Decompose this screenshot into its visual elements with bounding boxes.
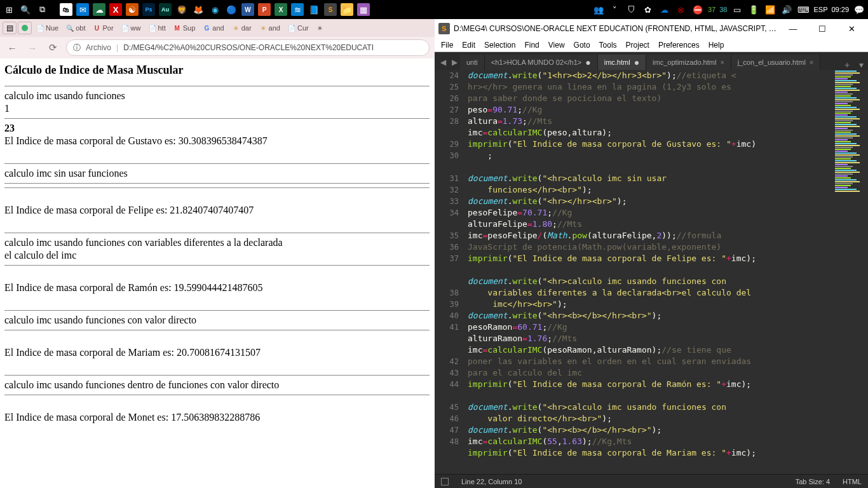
app-icon[interactable]: X (109, 3, 122, 16)
menu-file[interactable]: File (441, 41, 453, 50)
back-button[interactable]: ← (5, 41, 19, 55)
edge-icon[interactable]: ◉ (208, 3, 221, 16)
app-icon[interactable]: 🛍 (60, 3, 72, 16)
sidebar-button[interactable]: ▤ (3, 22, 17, 34)
text-line: El Indice de masa corporal de Monet es: … (4, 412, 430, 423)
browser-tab[interactable]: ✳and (256, 21, 283, 35)
tab-prev-button[interactable]: ◀ (437, 55, 449, 70)
tray-icon[interactable]: ▭ (731, 3, 743, 16)
tray-icon[interactable]: ⌨ (797, 3, 810, 16)
start-icon[interactable]: ⊞ (3, 3, 15, 16)
code-area[interactable]: document.write("1<hr><b>2</b></hr>3<br>"… (468, 70, 830, 474)
chrome-icon[interactable]: 🔵 (225, 3, 238, 16)
menu-selection[interactable]: Selection (484, 41, 515, 50)
maximize-button[interactable]: ☐ (810, 20, 835, 37)
people-icon[interactable]: 👥 (592, 3, 605, 16)
menu-preferences[interactable]: Preferences (658, 41, 700, 50)
status-box-icon[interactable] (441, 478, 449, 485)
excel-icon[interactable]: X (275, 3, 287, 16)
menu-help[interactable]: Help (709, 41, 724, 50)
browser-tab[interactable]: 📄htt (146, 21, 169, 35)
tray-number: 37 (708, 6, 715, 13)
tray-icon[interactable]: ⛉ (625, 3, 638, 16)
chevron-up-icon[interactable]: ˅ (609, 3, 621, 16)
search-icon[interactable]: 🔍 (19, 3, 32, 16)
battery-icon[interactable]: 🔋 (747, 3, 760, 16)
browser-tabstrip: ▤ 📄Nue 🔍obt UPor 📄ww 📄htt MSup Gand ✳dar… (0, 19, 435, 37)
audition-icon[interactable]: Au (159, 3, 172, 16)
status-tabsize[interactable]: Tab Size: 4 (796, 478, 830, 485)
minimap[interactable] (832, 70, 868, 474)
tray-icon[interactable]: ⊗ (675, 3, 688, 16)
menubar[interactable]: File Edit Selection Find View Goto Tools… (435, 38, 868, 52)
tray-icon[interactable]: ⛔ (691, 3, 704, 16)
code-editor[interactable]: 2425262728293031323334353637383940414243… (435, 70, 868, 474)
menu-view[interactable]: View (548, 41, 565, 50)
browser-tab[interactable]: UPor (90, 21, 116, 35)
tab-menu-button[interactable]: ▾ (854, 60, 868, 70)
photoshop-icon[interactable]: Ps (142, 3, 155, 16)
browser-tab[interactable]: ✳dar (229, 21, 255, 35)
browser-tab[interactable]: 📄Cur (285, 21, 312, 35)
notifications-icon[interactable]: 💬 (853, 3, 865, 16)
browser-tab[interactable]: ☀ (313, 21, 327, 35)
text-line: calculo imc usando funciones (4, 90, 430, 102)
status-syntax[interactable]: HTML (843, 478, 862, 485)
text-line: 23 (4, 123, 15, 133)
forward-button[interactable]: → (25, 41, 39, 55)
onedrive-icon[interactable]: ☁ (658, 3, 671, 16)
tab-button[interactable] (18, 22, 32, 34)
app-icon[interactable]: ▦ (357, 3, 370, 16)
new-tab-button[interactable]: + (840, 60, 854, 70)
vscode-icon[interactable]: ≋ (291, 3, 304, 16)
text-line: calculo imc usando funciones con valor d… (4, 315, 430, 326)
menu-project[interactable]: Project (626, 41, 649, 50)
menu-find[interactable]: Find (524, 41, 539, 50)
menu-goto[interactable]: Goto (574, 41, 590, 50)
editor-tab-active[interactable]: imc.html● (598, 55, 646, 70)
app-icon[interactable]: 📘 (308, 3, 320, 16)
address-bar[interactable]: ⓘ Archivo | D:/MEG4/%C2%A0%20CURSOS/ONE-… (66, 39, 430, 56)
firefox-icon[interactable]: 🦊 (192, 3, 205, 16)
browser-tab[interactable]: 📄Nue (33, 21, 62, 35)
brave-icon[interactable]: 🦁 (175, 3, 188, 16)
browser-tab[interactable]: Gand (200, 21, 227, 35)
minimize-button[interactable]: — (780, 20, 806, 37)
app-icon[interactable]: ☯ (126, 3, 139, 16)
browser-tab[interactable]: 📄ww (118, 21, 144, 35)
powerpoint-icon[interactable]: P (258, 3, 271, 16)
editor-tab[interactable]: imc_optimizado.html× (646, 55, 731, 70)
wifi-icon[interactable]: 📶 (764, 3, 776, 16)
reload-button[interactable]: ⟳ (46, 41, 60, 55)
titlebar: S D:\MEG4\ CURSOS\ONE-ORACLE NEXT EDUCAT… (435, 19, 868, 38)
editor-tab[interactable]: j_con_el_usuario.html× (731, 55, 820, 70)
sublime-window: S D:\MEG4\ CURSOS\ONE-ORACLE NEXT EDUCAT… (435, 19, 868, 488)
text-line: El Indice de masa corporal de Ramón es: … (4, 282, 430, 294)
lang-indicator[interactable]: ESP (813, 6, 827, 13)
browser-tab[interactable]: MSup (170, 21, 199, 35)
editor-tabstrip: ◀ ▶ unti <h1>HOLA MUNDO 02</h1>● imc.htm… (435, 52, 868, 70)
statusbar: Line 22, Column 10 Tab Size: 4 HTML (435, 474, 868, 488)
explorer-icon[interactable]: 📁 (341, 3, 353, 16)
menu-edit[interactable]: Edit (462, 41, 475, 50)
text-line: El Indice de masa corporal de Mariam es:… (4, 347, 430, 358)
page-content: Cálculo de Indice de Masa Muscular calcu… (0, 58, 435, 488)
file-icon: ⓘ (73, 43, 81, 53)
word-icon[interactable]: W (241, 3, 254, 16)
app-icon[interactable]: ☁ (93, 3, 105, 16)
tray-icon[interactable]: ✿ (642, 3, 654, 16)
text-line: El Indice de masa corporal de Gustavo es… (4, 135, 430, 147)
volume-icon[interactable]: 🔊 (780, 3, 793, 16)
tab-next-button[interactable]: ▶ (449, 55, 460, 70)
app-icon[interactable]: ✉ (76, 3, 89, 16)
editor-tab[interactable]: <h1>HOLA MUNDO 02</h1>● (485, 55, 598, 70)
sublime-icon[interactable]: S (324, 3, 337, 16)
close-button[interactable]: ✕ (839, 20, 864, 37)
clock[interactable]: 09:29 (831, 6, 849, 13)
window-title: D:\MEG4\ CURSOS\ONE-ORACLE NEXT EDUCATIO… (454, 24, 776, 33)
editor-tab[interactable]: unti (460, 55, 485, 70)
browser-tab[interactable]: 🔍obt (63, 21, 88, 35)
menu-tools[interactable]: Tools (599, 41, 617, 50)
address-scheme: Archivo (86, 43, 111, 52)
task-view-icon[interactable]: ⧉ (36, 3, 48, 16)
